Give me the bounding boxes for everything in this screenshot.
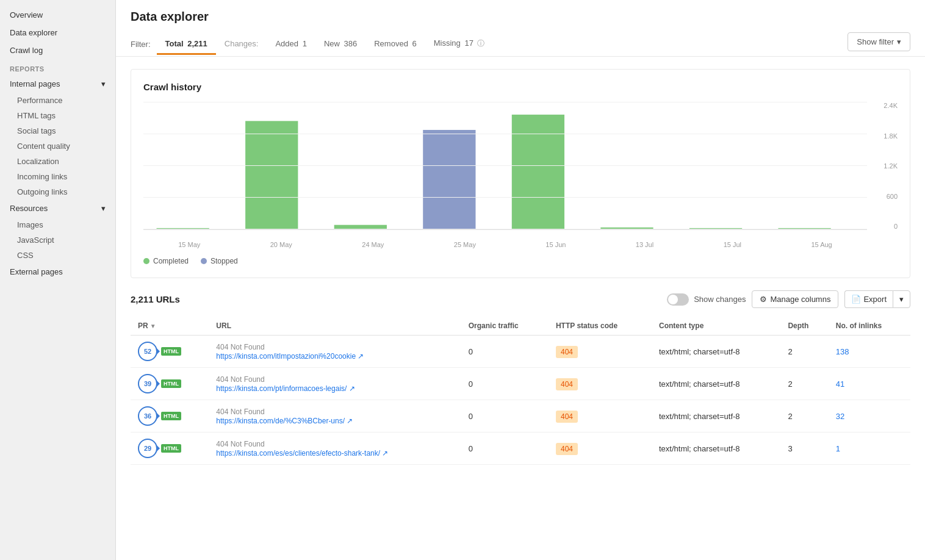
status-badge-404: 404 xyxy=(556,443,578,455)
legend-completed: Completed xyxy=(143,257,189,265)
x-label-8: 15 Aug xyxy=(811,241,832,248)
content-type: text/html; charset=utf-8 xyxy=(652,368,780,400)
http-status: 404 xyxy=(549,368,652,400)
content-type: text/html; charset=utf-8 xyxy=(652,400,780,433)
url-link[interactable]: https://kinsta.com/pt/informacoes-legais… xyxy=(216,384,355,393)
svg-rect-2 xyxy=(334,225,387,229)
export-dropdown-button[interactable]: ▾ xyxy=(893,290,910,308)
legend-completed-dot xyxy=(143,258,149,264)
organic-traffic: 0 xyxy=(461,433,549,465)
legend-completed-label: Completed xyxy=(153,257,189,265)
col-http-status: HTTP status code xyxy=(549,317,652,336)
pr-cell: 36 HTML xyxy=(131,400,209,433)
http-status: 404 xyxy=(549,433,652,465)
show-changes-toggle[interactable] xyxy=(667,293,689,306)
depth: 2 xyxy=(780,336,828,368)
sidebar-sub-html-tags[interactable]: HTML tags xyxy=(0,108,115,123)
depth: 3 xyxy=(780,433,828,465)
chart-title: Crawl history xyxy=(143,82,898,92)
sidebar-sub-performance[interactable]: Performance xyxy=(0,93,115,108)
table-row: 29 HTML 404 Not Found https://kinsta.com… xyxy=(131,433,910,465)
sidebar-item-external-pages[interactable]: External pages xyxy=(0,263,115,281)
content-area: Crawl history xyxy=(116,57,925,560)
status-badge-404: 404 xyxy=(556,346,578,358)
missing-info-icon: ⓘ xyxy=(477,39,484,48)
col-depth: Depth xyxy=(780,317,828,336)
sidebar-item-crawl-log[interactable]: Crawl log xyxy=(0,41,115,59)
http-status: 404 xyxy=(549,400,652,433)
filter-tab-total[interactable]: Total 2,211 xyxy=(157,34,216,55)
sidebar-sub-images[interactable]: Images xyxy=(0,217,115,232)
urls-table-section: 2,211 URLs Show changes ⚙ Manage columns xyxy=(131,290,910,465)
svg-rect-5 xyxy=(600,228,653,229)
table-row: 36 HTML 404 Not Found https://kinsta.com… xyxy=(131,400,910,433)
pr-score: 52 xyxy=(138,342,157,361)
sidebar-sub-social-tags[interactable]: Social tags xyxy=(0,123,115,138)
x-label-6: 13 Jul xyxy=(636,241,653,248)
filter-label: Filter: xyxy=(131,40,151,49)
filter-tab-removed[interactable]: Removed 6 xyxy=(365,34,425,55)
sidebar-sub-incoming-links[interactable]: Incoming links xyxy=(0,169,115,184)
sidebar-sub-localization[interactable]: Localization xyxy=(0,154,115,169)
svg-rect-4 xyxy=(512,115,564,229)
chevron-down-icon: ▾ xyxy=(899,295,904,304)
pr-score: 29 xyxy=(138,439,157,458)
sidebar: Overview Data explorer Crawl log REPORTS… xyxy=(0,0,116,560)
chevron-down-icon: ▾ xyxy=(101,79,106,88)
sidebar-item-internal-pages[interactable]: Internal pages ▾ xyxy=(0,75,115,93)
sidebar-sub-css[interactable]: CSS xyxy=(0,248,115,263)
url-link[interactable]: https://kinsta.com/itImpostazioni%20cook… xyxy=(216,352,364,361)
sidebar-item-overview[interactable]: Overview xyxy=(0,6,115,24)
sidebar-sub-outgoing-links[interactable]: Outgoing links xyxy=(0,184,115,199)
table-header: 2,211 URLs Show changes ⚙ Manage columns xyxy=(131,290,910,308)
sidebar-item-resources[interactable]: Resources ▾ xyxy=(0,199,115,217)
table-row: 52 HTML 404 Not Found https://kinsta.com… xyxy=(131,336,910,368)
toggle-knob xyxy=(668,295,678,304)
sidebar-item-data-explorer[interactable]: Data explorer xyxy=(0,24,115,41)
crawl-history-chart: Crawl history xyxy=(131,69,910,278)
inlinks: 1 xyxy=(829,433,910,465)
status-badge-404: 404 xyxy=(556,378,578,390)
pr-score: 39 xyxy=(138,374,157,393)
y-label-2: 1.8K xyxy=(873,132,898,140)
filter-tab-new[interactable]: New 386 xyxy=(315,34,365,55)
manage-columns-button[interactable]: ⚙ Manage columns xyxy=(752,290,838,308)
status-badge-404: 404 xyxy=(556,411,578,423)
table-controls: Show changes ⚙ Manage columns 📄 Export ▾ xyxy=(667,290,910,308)
show-filter-button[interactable]: Show filter ▾ xyxy=(848,32,910,51)
organic-traffic: 0 xyxy=(461,400,549,433)
sidebar-sub-javascript[interactable]: JavaScript xyxy=(0,232,115,248)
filter-tab-added[interactable]: Added 1 xyxy=(267,34,315,55)
url-link[interactable]: https://kinsta.com/de/%C3%BCber-uns/ ↗ xyxy=(216,417,353,425)
svg-rect-7 xyxy=(778,228,830,229)
chart-bars-area xyxy=(143,102,867,230)
urls-table: PR ▼ URL Organic traffic HTTP status cod… xyxy=(131,317,910,465)
sidebar-sub-content-quality[interactable]: Content quality xyxy=(0,138,115,154)
col-inlinks: No. of inlinks xyxy=(829,317,910,336)
url-status: 404 Not Found xyxy=(216,440,453,448)
html-badge: HTML xyxy=(161,444,181,453)
export-button[interactable]: 📄 Export xyxy=(844,290,893,308)
chart-svg xyxy=(143,102,867,229)
legend-stopped-dot xyxy=(201,258,207,264)
main-header: Data explorer Filter: Total 2,211 Change… xyxy=(116,0,925,57)
page-title: Data explorer xyxy=(131,10,910,24)
url-cell: 404 Not Found https://kinsta.com/pt/info… xyxy=(209,368,461,400)
svg-rect-0 xyxy=(157,228,209,229)
y-label-3: 1.2K xyxy=(873,162,898,170)
col-pr[interactable]: PR ▼ xyxy=(131,317,209,336)
legend-stopped-label: Stopped xyxy=(211,257,238,265)
chart-legend: Completed Stopped xyxy=(143,257,898,265)
url-status: 404 Not Found xyxy=(216,343,453,351)
inlinks: 32 xyxy=(829,400,910,433)
http-status: 404 xyxy=(549,336,652,368)
table-title: 2,211 URLs xyxy=(131,294,180,304)
chevron-down-icon: ▾ xyxy=(101,204,106,213)
y-label-1: 2.4K xyxy=(873,102,898,109)
organic-traffic: 0 xyxy=(461,336,549,368)
filter-tab-missing[interactable]: Missing 17 ⓘ xyxy=(425,34,493,56)
url-link[interactable]: https://kinsta.com/es/es/clientes/efecto… xyxy=(216,449,388,458)
reports-section-label: REPORTS xyxy=(0,59,115,75)
inlinks: 138 xyxy=(829,336,910,368)
filter-tab-total-label: Total xyxy=(165,39,184,48)
